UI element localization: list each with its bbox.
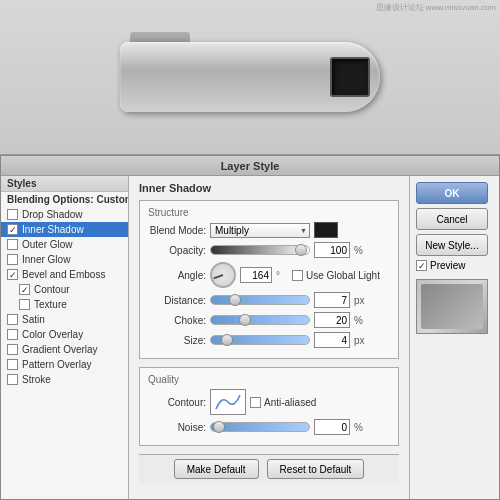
tool-preview — [110, 32, 390, 122]
anti-aliased-label[interactable]: Anti-aliased — [250, 397, 316, 408]
size-unit: px — [354, 335, 366, 346]
choke-input[interactable] — [314, 312, 350, 328]
noise-thumb[interactable] — [213, 421, 225, 433]
sidebar-item-satin[interactable]: Satin — [1, 312, 128, 327]
choke-slider[interactable] — [210, 315, 310, 325]
new-style-button[interactable]: New Style... — [416, 234, 488, 256]
angle-row: Angle: ° Use Global Light — [148, 262, 390, 288]
angle-unit: ° — [276, 270, 288, 281]
size-input[interactable] — [314, 332, 350, 348]
contour-preview[interactable] — [210, 389, 246, 415]
sidebar-item-label: Inner Shadow — [22, 224, 84, 235]
size-slider[interactable] — [210, 335, 310, 345]
size-row: Size: px — [148, 332, 390, 348]
sidebar-item-label: Color Overlay — [22, 329, 83, 340]
distance-slider[interactable] — [210, 295, 310, 305]
angle-input[interactable] — [240, 267, 272, 283]
noise-slider[interactable] — [210, 422, 310, 432]
sidebar-item-outer-glow[interactable]: Outer Glow — [1, 237, 128, 252]
opacity-unit: % — [354, 245, 366, 256]
pattern-overlay-checkbox[interactable] — [7, 359, 18, 370]
distance-label: Distance: — [148, 295, 206, 306]
inner-glow-checkbox[interactable] — [7, 254, 18, 265]
bevel-emboss-checkbox[interactable]: ✓ — [7, 269, 18, 280]
sidebar-item-pattern-overlay[interactable]: Pattern Overlay — [1, 357, 128, 372]
layer-style-dialog: Layer Style Styles Blending Options: Cus… — [0, 155, 500, 500]
dialog-body: Styles Blending Options: Custom Drop Sha… — [1, 176, 499, 499]
sidebar-item-contour[interactable]: ✓ Contour — [1, 282, 128, 297]
distance-thumb[interactable] — [229, 294, 241, 306]
preview-swatch[interactable] — [416, 279, 488, 334]
texture-checkbox[interactable] — [19, 299, 30, 310]
sidebar-item-inner-glow[interactable]: Inner Glow — [1, 252, 128, 267]
quality-subtitle: Quality — [148, 374, 390, 385]
contour-checkbox[interactable]: ✓ — [19, 284, 30, 295]
inner-shadow-checkbox[interactable]: ✓ — [7, 224, 18, 235]
styles-list: Blending Options: Custom Drop Shadow ✓ I… — [1, 192, 128, 499]
make-default-button[interactable]: Make Default — [174, 459, 259, 479]
opacity-slider[interactable] — [210, 245, 310, 255]
sidebar-item-label: Gradient Overlay — [22, 344, 98, 355]
contour-label: Contour: — [148, 397, 206, 408]
quality-section: Quality Contour: Anti-aliased — [139, 367, 399, 446]
sidebar-item-color-overlay[interactable]: Color Overlay — [1, 327, 128, 342]
choke-thumb[interactable] — [239, 314, 251, 326]
sidebar-item-label: Outer Glow — [22, 239, 73, 250]
cancel-button[interactable]: Cancel — [416, 208, 488, 230]
styles-header: Styles — [1, 176, 128, 192]
blend-mode-select[interactable]: Multiply — [210, 223, 310, 238]
sidebar-item-label: Texture — [34, 299, 67, 310]
size-thumb[interactable] — [221, 334, 233, 346]
size-label: Size: — [148, 335, 206, 346]
sidebar-item-label: Inner Glow — [22, 254, 70, 265]
dialog-title: Layer Style — [221, 160, 280, 172]
right-panel: OK Cancel New Style... ✓ Preview — [409, 176, 499, 499]
blend-mode-label: Blend Mode: — [148, 225, 206, 236]
opacity-input[interactable] — [314, 242, 350, 258]
bottom-bar: Make Default Reset to Default — [139, 454, 399, 483]
sidebar-item-label: Contour — [34, 284, 70, 295]
color-overlay-checkbox[interactable] — [7, 329, 18, 340]
sidebar-item-label: Drop Shadow — [22, 209, 83, 220]
sidebar-item-bevel-emboss[interactable]: ✓ Bevel and Emboss — [1, 267, 128, 282]
sidebar-item-drop-shadow[interactable]: Drop Shadow — [1, 207, 128, 222]
blend-mode-color-swatch[interactable] — [314, 222, 338, 238]
use-global-light-checkbox[interactable] — [292, 270, 303, 281]
noise-unit: % — [354, 422, 366, 433]
anti-aliased-checkbox[interactable] — [250, 397, 261, 408]
noise-label: Noise: — [148, 422, 206, 433]
preview-inner — [421, 284, 483, 329]
sidebar-item-label: Pattern Overlay — [22, 359, 91, 370]
sidebar-item-blending[interactable]: Blending Options: Custom — [1, 192, 128, 207]
outer-glow-checkbox[interactable] — [7, 239, 18, 250]
sidebar-item-stroke[interactable]: Stroke — [1, 372, 128, 387]
stroke-checkbox[interactable] — [7, 374, 18, 385]
preview-text: Preview — [430, 260, 466, 271]
sidebar-item-gradient-overlay[interactable]: Gradient Overlay — [1, 342, 128, 357]
use-global-light-label[interactable]: Use Global Light — [292, 270, 380, 281]
blend-mode-select-wrapper[interactable]: Multiply — [210, 223, 310, 238]
satin-checkbox[interactable] — [7, 314, 18, 325]
drop-shadow-checkbox[interactable] — [7, 209, 18, 220]
structure-section: Structure Blend Mode: Multiply Opacity: — [139, 200, 399, 359]
choke-label: Choke: — [148, 315, 206, 326]
use-global-light-text: Use Global Light — [306, 270, 380, 281]
sidebar-item-label: Stroke — [22, 374, 51, 385]
dial-indicator — [213, 274, 223, 279]
noise-input[interactable] — [314, 419, 350, 435]
styles-panel: Styles Blending Options: Custom Drop Sha… — [1, 176, 129, 499]
ok-button[interactable]: OK — [416, 182, 488, 204]
sidebar-item-texture[interactable]: Texture — [1, 297, 128, 312]
sidebar-item-inner-shadow[interactable]: ✓ Inner Shadow — [1, 222, 128, 237]
preview-label[interactable]: ✓ Preview — [416, 260, 493, 271]
choke-row: Choke: % — [148, 312, 390, 328]
preview-checkbox[interactable]: ✓ — [416, 260, 427, 271]
gradient-overlay-checkbox[interactable] — [7, 344, 18, 355]
distance-input[interactable] — [314, 292, 350, 308]
angle-dial[interactable] — [210, 262, 236, 288]
reset-to-default-button[interactable]: Reset to Default — [267, 459, 365, 479]
opacity-thumb[interactable] — [295, 244, 307, 256]
noise-row: Noise: % — [148, 419, 390, 435]
contour-curve-icon — [214, 393, 242, 411]
watermark: 思缘设计论坛 www.missvuan.com — [376, 2, 496, 13]
